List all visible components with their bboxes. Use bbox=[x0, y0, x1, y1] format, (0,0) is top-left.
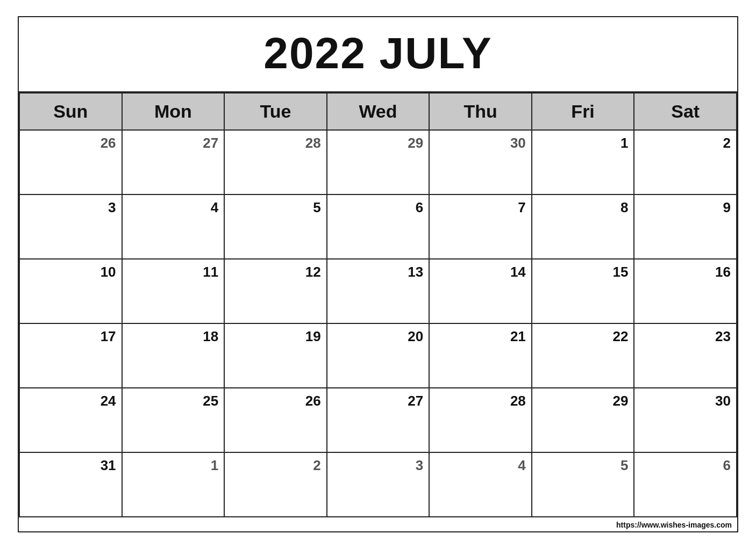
week-row-3: 17181920212223 bbox=[19, 323, 737, 388]
day-cell: 1 bbox=[122, 452, 225, 517]
day-cell: 13 bbox=[327, 259, 430, 323]
day-cell: 12 bbox=[224, 259, 327, 323]
week-row-5: 31123456 bbox=[19, 452, 737, 517]
header-fri: Fri bbox=[532, 93, 634, 130]
day-cell: 7 bbox=[429, 194, 532, 259]
day-cell: 5 bbox=[224, 194, 327, 259]
day-cell: 21 bbox=[429, 323, 532, 388]
day-cell: 16 bbox=[634, 259, 737, 323]
day-cell: 25 bbox=[122, 388, 225, 452]
header-sun: Sun bbox=[19, 93, 122, 130]
day-cell: 5 bbox=[532, 452, 634, 517]
day-cell: 18 bbox=[122, 323, 225, 388]
header-tue: Tue bbox=[224, 93, 327, 130]
day-cell: 28 bbox=[429, 388, 532, 452]
day-cell: 3 bbox=[327, 452, 430, 517]
day-cell: 23 bbox=[634, 323, 737, 388]
header-thu: Thu bbox=[429, 93, 532, 130]
day-cell: 8 bbox=[532, 194, 634, 259]
day-cell: 4 bbox=[429, 452, 532, 517]
day-cell: 20 bbox=[327, 323, 430, 388]
header-row: Sun Mon Tue Wed Thu Fri Sat bbox=[19, 93, 737, 130]
day-cell: 15 bbox=[532, 259, 634, 323]
day-cell: 29 bbox=[532, 388, 634, 452]
week-row-1: 3456789 bbox=[19, 194, 737, 259]
day-cell: 1 bbox=[532, 130, 634, 194]
day-cell: 2 bbox=[634, 130, 737, 194]
day-cell: 24 bbox=[19, 388, 122, 452]
day-cell: 27 bbox=[122, 130, 225, 194]
day-cell: 10 bbox=[19, 259, 122, 323]
day-cell: 14 bbox=[429, 259, 532, 323]
day-cell: 30 bbox=[429, 130, 532, 194]
header-mon: Mon bbox=[122, 93, 225, 130]
day-cell: 9 bbox=[634, 194, 737, 259]
week-row-0: 262728293012 bbox=[19, 130, 737, 194]
calendar-title: 2022 JULY bbox=[19, 17, 737, 92]
day-cell: 2 bbox=[224, 452, 327, 517]
header-sat: Sat bbox=[634, 93, 737, 130]
day-cell: 6 bbox=[634, 452, 737, 517]
footer-url: https://www.wishes-images.com bbox=[19, 517, 737, 531]
day-cell: 26 bbox=[19, 130, 122, 194]
day-cell: 4 bbox=[122, 194, 225, 259]
day-cell: 19 bbox=[224, 323, 327, 388]
day-cell: 30 bbox=[634, 388, 737, 452]
week-row-4: 24252627282930 bbox=[19, 388, 737, 452]
day-cell: 27 bbox=[327, 388, 430, 452]
day-cell: 28 bbox=[224, 130, 327, 194]
calendar-grid: Sun Mon Tue Wed Thu Fri Sat 262728293012… bbox=[19, 92, 737, 517]
calendar: 2022 JULY Sun Mon Tue Wed Thu Fri Sat 26… bbox=[18, 16, 738, 532]
day-cell: 22 bbox=[532, 323, 634, 388]
day-cell: 3 bbox=[19, 194, 122, 259]
calendar-body: 2627282930123456789101112131415161718192… bbox=[19, 130, 737, 517]
day-cell: 29 bbox=[327, 130, 430, 194]
day-cell: 6 bbox=[327, 194, 430, 259]
header-wed: Wed bbox=[327, 93, 430, 130]
day-cell: 11 bbox=[122, 259, 225, 323]
day-cell: 31 bbox=[19, 452, 122, 517]
day-cell: 26 bbox=[224, 388, 327, 452]
day-cell: 17 bbox=[19, 323, 122, 388]
week-row-2: 10111213141516 bbox=[19, 259, 737, 323]
